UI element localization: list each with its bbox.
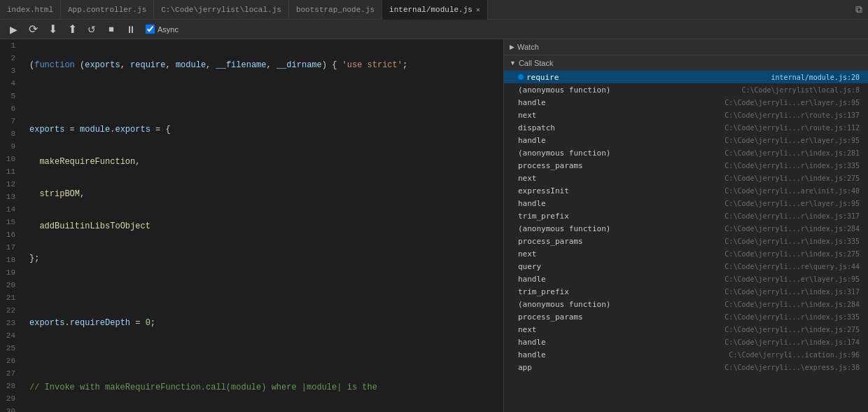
call-stack-arrow-icon: ▼ [510, 60, 516, 67]
stack-item-trim-prefix-1[interactable]: trim_prefix C:\Code\jerryli...r\index.js… [504, 210, 868, 222]
file-ref: internal/module.js:20 [771, 74, 860, 81]
stack-item-next-2[interactable]: next C:\Code\jerryli...r\index.js:275 [504, 172, 868, 184]
func-name: process_params [518, 237, 583, 246]
file-ref: C:\Code\jerryli...er\layer.js:95 [724, 200, 860, 207]
code-line-6: addBuiltinLibsToObject [29, 220, 503, 233]
file-ref: C:\Code\jerryli...r\index.js:284 [724, 301, 860, 308]
func-name: next [518, 111, 537, 120]
func-name: trim_prefix [518, 212, 569, 221]
file-ref: C:\Code\jerryli...r\index.js:275 [724, 174, 860, 182]
call-stack-list[interactable]: require internal/module.js:20 (anonymous… [504, 71, 868, 412]
file-ref: C:\Code\jerryli...r\index.js:174 [724, 338, 860, 346]
tab-label: internal/module.js [389, 6, 472, 14]
async-toggle[interactable]: Async [146, 25, 178, 34]
watch-header[interactable]: ▶ Watch [504, 39, 868, 55]
stack-item-app[interactable]: app C:\Code\jerryli...\express.js:38 [504, 361, 868, 373]
stack-item-handle-6[interactable]: handle C:\Code\jerryli...ication.js:96 [504, 348, 868, 361]
stack-item-next-4[interactable]: next C:\Code\jerryli...r\index.js:275 [504, 323, 868, 336]
file-ref: C:\Code\jerryli...ication.js:96 [729, 351, 860, 359]
stack-item-anon-3[interactable]: (anonymous function) C:\Code\jerryli...r… [504, 222, 868, 235]
async-checkbox[interactable] [146, 25, 155, 34]
code-editor[interactable]: 1 2 3 4 5 6 7 8 9 10 11 12 13 14 15 16 1… [0, 39, 504, 412]
tab-internal-module[interactable]: internal/module.js ✕ [382, 0, 488, 20]
file-ref: C:\Code\jerryli...r\route.js:137 [724, 111, 860, 119]
line-numbers: 1 2 3 4 5 6 7 8 9 10 11 12 13 14 15 16 1… [0, 39, 27, 412]
close-icon[interactable]: ✕ [476, 6, 480, 14]
code-line-9: exports.requireDepth = 0; [29, 317, 503, 329]
call-stack-section: ▼ Call Stack require internal/module.js:… [504, 55, 868, 412]
stack-item-require[interactable]: require internal/module.js:20 [504, 71, 868, 83]
step-out-button[interactable]: ⬆ [64, 22, 80, 37]
stack-item-query[interactable]: query C:\Code\jerryli...re\query.js:44 [504, 260, 868, 273]
tab-actions: ⧉ [850, 4, 868, 15]
file-ref: C:\Code\jerryli...r\index.js:317 [724, 288, 860, 296]
stack-item-next-1[interactable]: next C:\Code\jerryli...r\route.js:137 [504, 109, 868, 121]
restart-button[interactable]: ↺ [84, 22, 99, 37]
debug-toolbar: ▶ ⟳ ⬇ ⬆ ↺ ⏹ ⏸ Async [0, 20, 868, 39]
code-line-2 [29, 91, 503, 104]
step-over-button[interactable]: ⟳ [25, 22, 41, 37]
tab-app-controller[interactable]: App.controller.js [61, 0, 154, 20]
file-ref: C:\Code\jerryli...r\index.js:275 [724, 250, 860, 258]
stack-item-dispatch[interactable]: dispatch C:\Code\jerryli...r\route.js:11… [504, 121, 868, 134]
func-name: next [518, 325, 537, 334]
file-ref: C:\Code\jerryli...are\init.js:40 [724, 187, 860, 195]
file-ref: C:\Code\jerrylist\local.js:8 [741, 86, 860, 94]
code-line-3: exports = module.exports = { [29, 123, 503, 136]
stack-item-trim-prefix-2[interactable]: trim_prefix C:\Code\jerryli...r\index.js… [504, 285, 868, 298]
debug-panel: ▶ Watch ▼ Call Stack require internal/mo… [504, 39, 868, 412]
func-name: require [526, 73, 559, 82]
stack-item-anon-2[interactable]: (anonymous function) C:\Code\jerryli...r… [504, 146, 868, 159]
func-name: (anonymous function) [518, 300, 610, 309]
tab-index-html[interactable]: index.html [0, 0, 61, 20]
func-name: query [518, 262, 541, 271]
step-into-button[interactable]: ⬇ [45, 22, 60, 37]
func-name: handle [518, 98, 546, 107]
func-name: (anonymous function) [518, 149, 610, 158]
stack-item-handle-4[interactable]: handle C:\Code\jerryli...er\layer.js:95 [504, 273, 868, 285]
file-ref: C:\Code\jerryli...\express.js:38 [724, 364, 860, 371]
stack-item-process-params-1[interactable]: process_params C:\Code\jerryli...r\index… [504, 159, 868, 172]
tab-bootstrap-node[interactable]: bootstrap_node.js [289, 0, 382, 20]
pause-button[interactable]: ⏸ [123, 22, 139, 37]
stack-item-handle-1[interactable]: handle C:\Code\jerryli...er\layer.js:95 [504, 96, 868, 109]
func-name: next [518, 249, 537, 259]
call-stack-label: Call Stack [519, 59, 554, 67]
stack-item-expressinit[interactable]: expressInit C:\Code\jerryli...are\init.j… [504, 184, 868, 197]
tab-bar: index.html App.controller.js C:\Code\jer… [0, 0, 868, 20]
func-name: handle [518, 136, 546, 145]
file-ref: C:\Code\jerryli...r\index.js:335 [724, 162, 860, 170]
code-line-8 [29, 284, 503, 297]
call-stack-header[interactable]: ▼ Call Stack [504, 55, 868, 71]
stack-item-process-params-2[interactable]: process_params C:\Code\jerryli...r\index… [504, 235, 868, 247]
stack-item-process-params-3[interactable]: process_params C:\Code\jerryli...r\index… [504, 310, 868, 323]
stack-item-anon-4[interactable]: (anonymous function) C:\Code\jerryli...r… [504, 298, 868, 310]
stack-item-next-3[interactable]: next C:\Code\jerryli...r\index.js:275 [504, 247, 868, 260]
stack-item-anon-1[interactable]: (anonymous function) C:\Code\jerrylist\l… [504, 83, 868, 96]
file-ref: C:\Code\jerryli...r\index.js:317 [724, 212, 860, 220]
func-name: handle [518, 338, 546, 347]
split-editor-icon[interactable]: ⧉ [855, 4, 862, 15]
func-name: app [518, 363, 532, 372]
tab-label: bootstrap_node.js [296, 6, 374, 14]
stop-button[interactable]: ⏹ [104, 22, 119, 37]
continue-button[interactable]: ▶ [6, 22, 21, 37]
file-ref: C:\Code\jerryli...r\index.js:275 [724, 326, 860, 334]
stack-item-handle-3[interactable]: handle C:\Code\jerryli...er\layer.js:95 [504, 197, 868, 210]
func-name: (anonymous function) [518, 85, 610, 95]
tab-local-js[interactable]: C:\Code\jerrylist\local.js [154, 0, 289, 20]
stack-item-handle-5[interactable]: handle C:\Code\jerryli...r\index.js:174 [504, 336, 868, 348]
file-ref: C:\Code\jerryli...r\index.js:335 [724, 313, 860, 321]
func-name: trim_prefix [518, 287, 569, 296]
code-line-5: stripBOM, [29, 188, 503, 200]
stack-item-handle-2[interactable]: handle C:\Code\jerryli...er\layer.js:95 [504, 134, 868, 146]
tab-label: C:\Code\jerrylist\local.js [161, 6, 281, 14]
file-ref: C:\Code\jerryli...r\route.js:112 [724, 124, 860, 132]
file-ref: C:\Code\jerryli...re\query.js:44 [724, 263, 860, 270]
code-line-10 [29, 349, 503, 362]
file-ref: C:\Code\jerryli...er\layer.js:95 [724, 99, 860, 107]
func-name: handle [518, 199, 546, 208]
code-line-4: makeRequireFunction, [29, 156, 503, 168]
file-ref: C:\Code\jerryli...er\layer.js:95 [724, 137, 860, 144]
main-content: 1 2 3 4 5 6 7 8 9 10 11 12 13 14 15 16 1… [0, 39, 868, 412]
